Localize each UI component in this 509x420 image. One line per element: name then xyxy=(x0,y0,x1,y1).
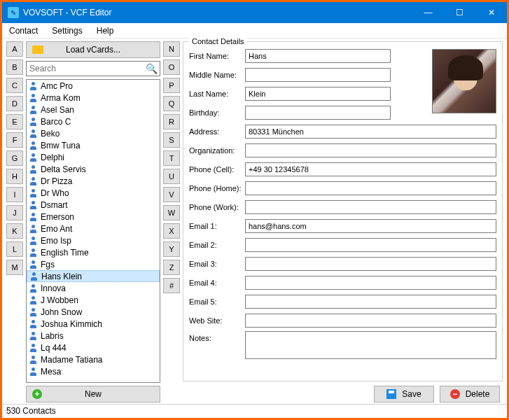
letter-button-r[interactable]: R xyxy=(163,114,180,130)
input-middle-name[interactable] xyxy=(245,68,391,82)
person-icon xyxy=(29,332,38,340)
letter-button-f[interactable]: F xyxy=(6,132,23,148)
delete-button[interactable]: − Delete xyxy=(440,386,500,402)
input-email4[interactable] xyxy=(245,276,496,290)
input-email3[interactable] xyxy=(245,257,496,271)
list-item[interactable]: Hans Klein xyxy=(27,270,160,282)
list-item[interactable]: Lq 444 xyxy=(27,342,160,354)
list-item[interactable]: Labris xyxy=(27,330,160,342)
letter-button-a[interactable]: A xyxy=(6,41,23,57)
input-phone-work[interactable] xyxy=(245,200,496,214)
search-input[interactable] xyxy=(26,61,160,76)
letter-button-c[interactable]: C xyxy=(6,78,23,93)
list-item-label: Fgs xyxy=(41,260,55,270)
search-wrapper: 🔍 xyxy=(26,61,160,76)
letter-button-e[interactable]: E xyxy=(6,114,23,130)
letter-button-m[interactable]: M xyxy=(6,260,23,275)
letter-button-n[interactable]: N xyxy=(163,41,180,57)
list-item[interactable]: Arma Kom xyxy=(27,92,160,104)
list-item[interactable]: Mesa xyxy=(27,365,160,377)
list-item-label: Asel San xyxy=(41,105,74,115)
list-item[interactable]: Beko xyxy=(27,127,160,139)
letter-button-v[interactable]: V xyxy=(163,187,180,202)
close-button[interactable]: ✕ xyxy=(475,2,507,23)
list-item[interactable]: English Time xyxy=(27,246,160,258)
person-icon xyxy=(29,356,38,364)
input-address[interactable] xyxy=(245,125,496,139)
contact-list[interactable]: Amc ProArma KomAsel SanBarco CBekoBmw Tu… xyxy=(26,79,160,383)
input-email2[interactable] xyxy=(245,238,496,252)
input-birthday[interactable] xyxy=(245,106,391,120)
person-icon xyxy=(29,368,38,376)
person-icon xyxy=(29,225,38,233)
input-phone-cell[interactable] xyxy=(245,162,496,176)
letter-button-b[interactable]: B xyxy=(6,59,23,75)
list-item[interactable]: Asel San xyxy=(27,104,160,115)
new-contact-button[interactable]: + New xyxy=(26,386,160,402)
list-item-label: Emo Ant xyxy=(41,224,72,234)
person-icon xyxy=(29,344,38,352)
letter-button-g[interactable]: G xyxy=(6,150,23,166)
input-organization[interactable] xyxy=(245,144,496,158)
list-item-label: Dr Pizza xyxy=(41,176,72,186)
input-notes[interactable] xyxy=(245,331,496,359)
menu-settings[interactable]: Settings xyxy=(49,24,85,37)
letter-button-u[interactable]: U xyxy=(163,169,180,184)
letter-button-z[interactable]: Z xyxy=(163,260,180,275)
list-item[interactable]: Bmw Tuna xyxy=(27,139,160,151)
minimize-button[interactable]: — xyxy=(412,2,444,23)
input-phone-home[interactable] xyxy=(245,181,496,195)
letter-button-j[interactable]: J xyxy=(6,205,23,220)
letter-button-o[interactable]: O xyxy=(163,59,180,75)
input-first-name[interactable] xyxy=(245,49,391,63)
input-last-name[interactable] xyxy=(245,87,391,101)
window-title: VOVSOFT - VCF Editor xyxy=(23,8,412,18)
letter-button-s[interactable]: S xyxy=(163,132,180,148)
input-email1[interactable] xyxy=(245,219,496,233)
letter-button-p[interactable]: P xyxy=(163,78,180,93)
menu-help[interactable]: Help xyxy=(94,24,117,37)
list-item[interactable]: J Wobben xyxy=(27,294,160,306)
list-item[interactable]: Delta Servis xyxy=(27,163,160,175)
menu-contact[interactable]: Contact xyxy=(6,24,41,37)
list-item[interactable]: Delphi xyxy=(27,151,160,163)
list-item-label: Joshua Kimmich xyxy=(41,319,102,329)
letter-button-w[interactable]: W xyxy=(163,205,180,220)
maximize-button[interactable]: ☐ xyxy=(444,2,475,23)
contact-photo[interactable] xyxy=(432,49,496,113)
list-item-label: Labris xyxy=(41,331,64,341)
letter-button-k[interactable]: K xyxy=(6,223,23,239)
letter-button-h[interactable]: H xyxy=(6,169,23,184)
list-item[interactable]: Dr Pizza xyxy=(27,175,160,187)
list-item[interactable]: Dsmart xyxy=(27,199,160,211)
letter-button-i[interactable]: I xyxy=(6,187,23,202)
list-item[interactable]: Amc Pro xyxy=(27,80,160,92)
list-item[interactable]: John Snow xyxy=(27,306,160,318)
list-item[interactable]: Emo Isp xyxy=(27,234,160,246)
list-item[interactable]: Joshua Kimmich xyxy=(27,318,160,330)
list-item[interactable]: Barco C xyxy=(27,115,160,127)
input-website[interactable] xyxy=(245,314,496,328)
input-email5[interactable] xyxy=(245,295,496,309)
list-item[interactable]: Emo Ant xyxy=(27,223,160,234)
save-button[interactable]: Save xyxy=(374,386,434,402)
list-item[interactable]: Madame Tatiana xyxy=(27,354,160,365)
letter-button-t[interactable]: T xyxy=(163,150,180,166)
list-item-label: English Time xyxy=(41,248,89,258)
letter-button-x[interactable]: X xyxy=(163,223,180,239)
load-vcards-button[interactable]: Load vCards... xyxy=(26,41,160,58)
letter-button-y[interactable]: Y xyxy=(163,241,180,257)
letter-button-hash[interactable]: # xyxy=(163,278,180,293)
list-item-label: Bmw Tuna xyxy=(41,141,81,150)
label-address: Address: xyxy=(189,127,245,136)
list-item-label: Barco C xyxy=(41,117,71,127)
letter-button-q[interactable]: Q xyxy=(163,96,180,111)
list-item[interactable]: Innova xyxy=(27,282,160,294)
list-item[interactable]: Fgs xyxy=(27,258,160,270)
fieldset-legend: Contact Details xyxy=(189,37,247,46)
details-panel: Contact Details First Name: Middle Name:… xyxy=(183,41,503,402)
list-item[interactable]: Emerson xyxy=(27,211,160,223)
list-item[interactable]: Dr Who xyxy=(27,187,160,199)
letter-button-d[interactable]: D xyxy=(6,96,23,111)
letter-button-l[interactable]: L xyxy=(6,241,23,257)
